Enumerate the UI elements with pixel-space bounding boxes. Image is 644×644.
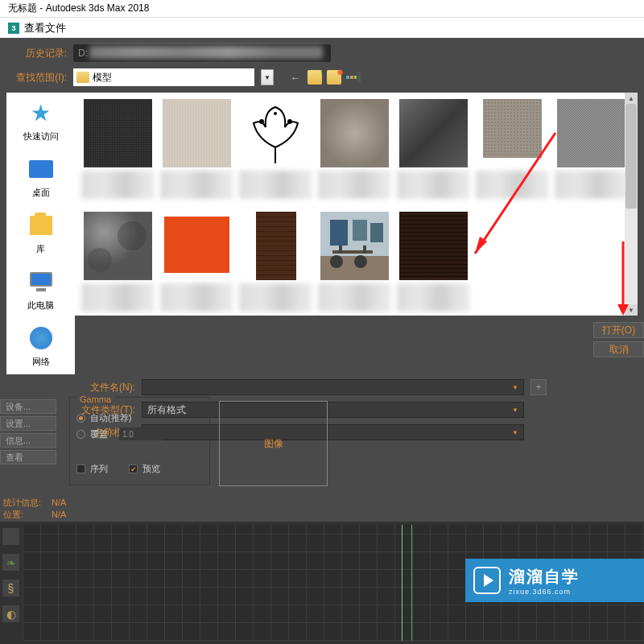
star-icon: ★	[27, 99, 55, 126]
texture-thumbnail-icon	[163, 212, 231, 280]
leaf-tool-icon[interactable]: ❧	[2, 554, 19, 571]
nav-toolbar: ← ↑ ✸	[288, 70, 361, 85]
watermark-url: zixue.3d66.com	[509, 588, 580, 596]
gamma-override-radio[interactable]: 覆盖 1.0	[76, 427, 203, 440]
titlebar: 无标题 - Autodesk 3ds Max 2018	[0, 0, 644, 18]
texture-thumbnail-icon	[242, 212, 310, 280]
file-thumb[interactable]	[318, 99, 390, 202]
texture-thumbnail-icon	[242, 99, 310, 167]
file-scrollbar[interactable]: ▲ ▼	[625, 93, 638, 316]
file-thumb[interactable]	[397, 99, 469, 202]
radio-icon	[76, 430, 85, 439]
up-folder-icon[interactable]: ↑	[308, 70, 322, 85]
device-button[interactable]: 设备...	[0, 399, 56, 414]
file-thumb[interactable]	[160, 99, 233, 202]
open-button[interactable]: 打开(O)	[593, 322, 644, 338]
view-button[interactable]: 查看	[0, 450, 56, 464]
view-menu-icon[interactable]	[346, 70, 361, 85]
texture-thumbnail-icon	[399, 212, 468, 280]
add-button[interactable]: +	[530, 379, 547, 395]
file-thumb[interactable]	[555, 99, 627, 202]
timeline-marker[interactable]	[402, 525, 402, 641]
svg-rect-17	[483, 99, 542, 158]
file-label-blur	[318, 171, 390, 199]
svg-rect-13	[320, 99, 389, 167]
sequence-checkbox[interactable]: 序列	[76, 463, 108, 475]
history-value: D:	[78, 47, 88, 59]
preview-label: 图像	[264, 437, 283, 451]
file-thumb[interactable]	[476, 99, 548, 202]
timeline-marker[interactable]	[411, 525, 412, 641]
chevron-down-icon: ▼	[512, 384, 518, 391]
stats-area: 统计信息:N/A 位置:N/A	[3, 497, 66, 521]
curl-tool-icon[interactable]: §	[2, 580, 19, 597]
svg-point-42	[330, 255, 343, 268]
sidebar-item-desktop[interactable]: 桌面	[27, 155, 55, 199]
sidebar-item-network[interactable]: 网络	[27, 324, 55, 368]
gamma-value-spinner[interactable]: 1.0	[119, 427, 163, 440]
select-tool-icon[interactable]	[2, 528, 19, 545]
file-thumb[interactable]	[81, 212, 154, 315]
scroll-down-icon[interactable]: ▼	[625, 304, 638, 316]
filename-input[interactable]: ▼	[142, 379, 524, 395]
dialog-body: 历史记录: D: 查找范围(I): 模型 ▼ ← ↑ ✸	[0, 38, 644, 453]
lookin-dropdown-arrow[interactable]: ▼	[261, 69, 274, 85]
cancel-button[interactable]: 取消	[593, 341, 644, 357]
svg-rect-38	[353, 220, 367, 241]
file-thumb[interactable]	[160, 212, 233, 315]
svg-point-43	[354, 255, 367, 268]
file-thumb[interactable]	[239, 212, 312, 315]
texture-thumbnail-icon	[557, 99, 625, 167]
file-thumb[interactable]	[81, 99, 154, 202]
gamma-title: Gamma	[76, 394, 114, 404]
new-folder-icon[interactable]: ✸	[327, 70, 341, 85]
play-logo-icon	[473, 567, 501, 594]
settings-button[interactable]: 设置...	[0, 416, 56, 431]
texture-thumbnail-icon	[84, 99, 152, 167]
watermark-badge: 溜溜自学 zixue.3d66.com	[465, 559, 644, 602]
svg-rect-21	[557, 99, 625, 167]
gamma-auto-radio[interactable]: 自动(推荐)	[76, 412, 203, 424]
sidebar-item-library[interactable]: 库	[27, 212, 55, 255]
svg-rect-33	[256, 212, 296, 280]
svg-point-10	[287, 119, 292, 124]
file-label-blur	[160, 283, 233, 312]
history-path-blur	[89, 46, 323, 59]
gamma-panel: Gamma 自动(推荐) 覆盖 1.0 序列 ✔ 预览	[69, 397, 210, 485]
sidebar-item-quickaccess[interactable]: ★ 快速访问	[23, 99, 59, 142]
file-label-blur	[239, 283, 312, 312]
file-label-blur	[476, 171, 548, 199]
texture-thumbnail-icon	[163, 99, 231, 167]
file-label-blur	[81, 283, 154, 312]
radio-icon	[76, 414, 85, 423]
file-thumb[interactable]	[397, 212, 469, 315]
file-thumb[interactable]	[318, 212, 390, 315]
info-button[interactable]: 信息...	[0, 433, 56, 448]
svg-rect-37	[330, 220, 348, 246]
sidebar-item-thispc[interactable]: 此电脑	[27, 268, 55, 312]
stat-label: 统计信息:	[3, 497, 52, 509]
option-buttons: 设备... 设置... 信息... 查看	[0, 399, 56, 464]
preview-checkbox[interactable]: ✔ 预览	[129, 463, 160, 475]
file-thumb[interactable]	[239, 99, 312, 202]
stat-value: N/A	[52, 497, 66, 507]
app-title: 无标题 - Autodesk 3ds Max 2018	[8, 2, 149, 15]
svg-rect-41	[332, 250, 373, 254]
file-label-blur	[555, 171, 627, 199]
scroll-up-icon[interactable]: ▲	[625, 93, 638, 104]
history-dropdown[interactable]: D:	[73, 44, 331, 62]
lookin-value: 模型	[93, 71, 251, 85]
thumbnail-grid	[75, 93, 638, 316]
scroll-thumb[interactable]	[625, 104, 637, 208]
spiral-tool-icon[interactable]: ◐	[2, 605, 19, 622]
library-icon	[27, 212, 55, 239]
history-row: 历史记录: D:	[6, 44, 638, 62]
action-buttons: 打开(O) 取消	[593, 322, 644, 357]
desktop-icon	[27, 155, 55, 183]
svg-rect-15	[399, 99, 468, 167]
svg-point-27	[88, 248, 112, 272]
lookin-dropdown[interactable]: 模型	[73, 68, 254, 86]
svg-rect-39	[370, 223, 383, 242]
back-icon[interactable]: ←	[288, 70, 303, 85]
sidebar-item-label: 此电脑	[27, 299, 54, 312]
